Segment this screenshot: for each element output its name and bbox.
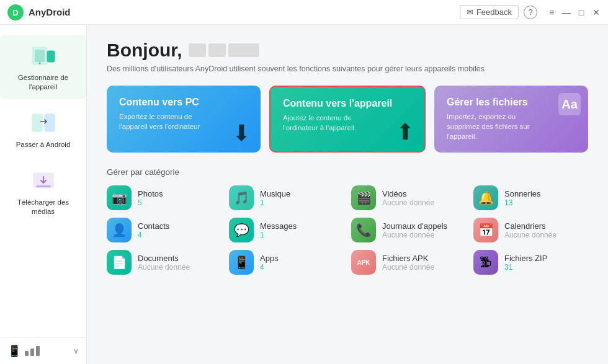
category-item-apps[interactable]: 📱Apps4 — [229, 250, 344, 275]
window-controls: ≡ — □ ✕ — [547, 8, 601, 17]
photos-icon: 📷 — [107, 185, 132, 210]
category-item-musique[interactable]: 🎵Musique1 — [229, 185, 344, 210]
feature-card-content-to-pc[interactable]: Contenu vers PC Exportez le contenu de l… — [107, 86, 261, 153]
messages-info: Messages1 — [260, 221, 297, 239]
messages-name: Messages — [260, 221, 297, 231]
app-name: AnyDroid — [29, 7, 71, 17]
category-item-sonneries[interactable]: 🔔Sonneries13 — [473, 185, 588, 210]
close-button[interactable]: ✕ — [592, 8, 601, 17]
sonneries-count: 13 — [504, 198, 541, 207]
device-manager-icon — [30, 42, 57, 69]
maximize-button[interactable]: □ — [577, 8, 586, 17]
feature-card-manage-files[interactable]: Gérer les fichiers Importez, exportez ou… — [434, 86, 588, 153]
svg-point-5 — [38, 63, 40, 64]
content-to-device-icon: ⬆ — [396, 119, 414, 145]
feature-cards: Contenu vers PC Exportez le contenu de l… — [107, 86, 588, 153]
help-button[interactable]: ? — [524, 6, 537, 19]
switch-android-icon — [30, 109, 57, 136]
main-layout: Gestionnaire de l'appareil Passer à Andr… — [0, 25, 608, 364]
category-item-messages[interactable]: 💬Messages1 — [229, 218, 344, 242]
calendriers-name: Calendriers — [504, 221, 557, 231]
calendriers-count: Aucune donnée — [504, 231, 557, 239]
contacts-icon: 👤 — [107, 218, 132, 242]
content-to-pc-icon: ⬇ — [232, 120, 251, 146]
blur-block-1 — [189, 43, 206, 57]
app-logo-icon: D — [7, 4, 24, 20]
sidebar-switch-android-label: Passer à Android — [16, 140, 71, 149]
apps-count: 4 — [260, 263, 279, 272]
svg-rect-6 — [32, 114, 42, 131]
sidebar-download-media-label: Télécharger des médias — [5, 198, 81, 216]
calendriers-info: CalendriersAucune donnée — [504, 221, 557, 239]
contacts-count: 4 — [138, 231, 169, 239]
category-item-documents[interactable]: 📄DocumentsAucune donnée — [107, 250, 221, 275]
feedback-button[interactable]: ✉ Feedback — [460, 5, 519, 19]
greeting-subtitle: Des millions d'utilisateurs AnyDroid uti… — [107, 64, 588, 73]
feature-card-title-0: Contenu vers PC — [119, 97, 248, 108]
sidebar-item-device-manager[interactable]: Gestionnaire de l'appareil — [0, 35, 86, 99]
journaux-name: Journaux d'appels — [382, 221, 447, 231]
photos-count: 5 — [138, 198, 163, 207]
messages-count: 1 — [260, 231, 297, 239]
sidebar-device-manager-label: Gestionnaire de l'appareil — [5, 73, 81, 92]
minimize-button[interactable]: — — [562, 8, 571, 17]
manage-files-icon: Aa — [558, 93, 581, 115]
feature-card-title-2: Gérer les fichiers — [447, 97, 576, 108]
fichiers-zip-info: Fichiers ZIP31 — [504, 254, 547, 272]
apps-info: Apps4 — [260, 254, 279, 272]
greeting-title: Bonjour, — [107, 40, 588, 61]
apps-name: Apps — [260, 254, 279, 263]
feature-card-desc-1: Ajoutez le contenu de l'ordinateur à l'a… — [283, 113, 370, 133]
category-item-photos[interactable]: 📷Photos5 — [107, 185, 221, 210]
category-item-fichiers-zip[interactable]: 🗜Fichiers ZIP31 — [473, 250, 588, 275]
greeting-section: Bonjour, Des millions d'utilisateurs Any… — [107, 40, 588, 73]
videos-icon: 🎬 — [351, 185, 376, 210]
photos-info: Photos5 — [138, 189, 163, 207]
fichiers-apk-count: Aucune donnée — [382, 263, 434, 272]
category-item-journaux[interactable]: 📞Journaux d'appelsAucune donnée — [351, 218, 466, 242]
fichiers-apk-info: Fichiers APKAucune donnée — [382, 254, 434, 272]
svg-rect-3 — [35, 50, 45, 62]
signal-bars — [25, 346, 40, 356]
feedback-label: Feedback — [476, 7, 512, 17]
help-label: ? — [528, 7, 532, 17]
category-item-videos[interactable]: 🎬VidéosAucune donnée — [351, 185, 466, 210]
sonneries-name: Sonneries — [504, 189, 541, 198]
titlebar-left: D AnyDroid — [7, 4, 71, 20]
greeting-blurred-name — [189, 43, 259, 57]
sidebar-item-switch-android[interactable]: Passer à Android — [0, 102, 86, 157]
svg-rect-4 — [47, 51, 55, 62]
feature-card-desc-0: Exportez le contenu de l'appareil vers l… — [119, 112, 206, 131]
category-item-fichiers-apk[interactable]: APKFichiers APKAucune donnée — [351, 250, 466, 275]
hamburger-button[interactable]: ≡ — [547, 8, 556, 17]
sonneries-icon: 🔔 — [473, 185, 498, 210]
sonneries-info: Sonneries13 — [504, 189, 541, 207]
documents-name: Documents — [138, 254, 190, 263]
musique-count: 1 — [260, 198, 290, 207]
fichiers-apk-name: Fichiers APK — [382, 254, 434, 263]
sidebar-item-download-media[interactable]: Télécharger des médias — [0, 159, 86, 224]
greeting-text: Bonjour, — [107, 40, 182, 61]
videos-info: VidéosAucune donnée — [382, 189, 434, 207]
journaux-count: Aucune donnée — [382, 231, 447, 239]
journaux-icon: 📞 — [351, 218, 376, 242]
category-item-calendriers[interactable]: 📅CalendriersAucune donnée — [473, 218, 588, 242]
feature-card-desc-2: Importez, exportez ou supprimez des fich… — [447, 112, 534, 141]
photos-name: Photos — [138, 189, 163, 198]
journaux-info: Journaux d'appelsAucune donnée — [382, 221, 447, 239]
titlebar: D AnyDroid ✉ Feedback ? ≡ — □ ✕ — [0, 0, 608, 25]
videos-count: Aucune donnée — [382, 198, 434, 207]
feature-card-content-to-device[interactable]: Contenu vers l'appareil Ajoutez le conte… — [269, 86, 426, 153]
documents-count: Aucune donnée — [138, 263, 190, 272]
feedback-icon: ✉ — [467, 7, 473, 17]
musique-icon: 🎵 — [229, 185, 254, 210]
documents-icon: 📄 — [107, 250, 132, 275]
svg-rect-7 — [45, 114, 55, 131]
download-media-icon — [30, 167, 57, 194]
svg-text:D: D — [12, 8, 18, 17]
documents-info: DocumentsAucune donnée — [138, 254, 190, 272]
sidebar-chevron-icon[interactable]: ∨ — [73, 347, 79, 355]
feature-card-title-1: Contenu vers l'appareil — [283, 98, 412, 109]
category-item-contacts[interactable]: 👤Contacts4 — [107, 218, 221, 242]
content-area: Bonjour, Des millions d'utilisateurs Any… — [87, 25, 608, 364]
